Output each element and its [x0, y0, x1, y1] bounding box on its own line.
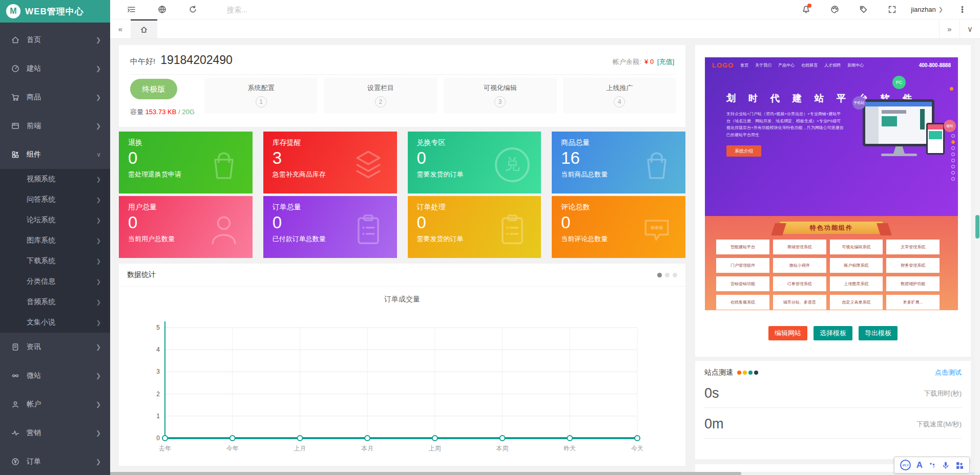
- grid-icon[interactable]: [955, 461, 964, 469]
- sidebar-item-components[interactable]: 组件 ∨: [0, 140, 110, 169]
- step-setup-columns[interactable]: 设置栏目 2: [324, 78, 437, 113]
- sidebar-item-label: 微站: [27, 371, 41, 380]
- promo-nav-link: 人才招聘: [824, 62, 841, 68]
- step-go-live[interactable]: 上线推广 4: [563, 78, 676, 113]
- tabs-scroll-left-button[interactable]: «: [110, 19, 131, 38]
- template-carousel-dot[interactable]: [951, 153, 955, 156]
- chevron-right-icon: ❯: [96, 278, 101, 285]
- microphone-icon[interactable]: [942, 461, 950, 469]
- template-carousel-dots: [951, 134, 955, 181]
- tag-icon[interactable]: [853, 0, 873, 19]
- search-input[interactable]: [227, 6, 340, 14]
- stat-card-title: 库存提醒: [273, 138, 388, 147]
- submenu-item[interactable]: 下载系统❯: [0, 251, 110, 271]
- vertical-scrollbar-thumb[interactable]: [975, 215, 979, 239]
- chevron-right-icon: ❯: [96, 197, 101, 203]
- plan-badge[interactable]: 终极版: [130, 79, 177, 99]
- feature-cell: 上传图库系统: [830, 276, 883, 291]
- tab-home[interactable]: [131, 19, 157, 38]
- submenu-item[interactable]: 分类信息❯: [0, 271, 110, 292]
- refresh-icon[interactable]: [183, 0, 202, 19]
- template-carousel-dot[interactable]: [951, 146, 955, 150]
- feature-cell: 商城管理系统: [773, 240, 826, 254]
- ime-toolbar: iFLY A: [894, 457, 970, 473]
- fullscreen-icon[interactable]: [882, 0, 902, 19]
- dashed-divider: [130, 74, 674, 75]
- ifly-logo-icon[interactable]: iFLY: [900, 460, 911, 470]
- stat-card-评论总数[interactable]: 评论总数0当前评论总数量: [552, 196, 685, 258]
- feature-cell: 自定义表单系统: [830, 295, 883, 310]
- template-carousel-dot[interactable]: [951, 140, 955, 144]
- template-carousel-dot[interactable]: [951, 165, 955, 168]
- punctuation-icon[interactable]: [928, 461, 936, 469]
- stat-card-用户总量[interactable]: 用户总量0当前用户总数量: [119, 196, 253, 258]
- palette-icon[interactable]: [825, 0, 844, 19]
- admin-dashboard: M WEB管理中心 首页 ❯ 建站 ❯ 商品 ❯ 前端 ❯: [0, 0, 980, 475]
- sidebar-item-frontend[interactable]: 前端 ❯: [0, 112, 110, 140]
- run-speed-test-link[interactable]: 点击测试: [935, 368, 962, 377]
- carousel-dot[interactable]: [673, 273, 677, 277]
- stat-card-兑换专区[interactable]: 兑换专区0需要发货的订单兑: [408, 132, 541, 193]
- layers-icon: [351, 147, 386, 182]
- sidebar: M WEB管理中心 首页 ❯ 建站 ❯ 商品 ❯ 前端 ❯: [0, 0, 110, 475]
- tabs-menu-button[interactable]: ∨: [960, 19, 980, 38]
- carousel-dot[interactable]: [665, 273, 670, 277]
- sidebar-item-news[interactable]: 资讯 ❯: [0, 333, 110, 361]
- sidebar-item-label: 组件: [27, 150, 41, 159]
- submenu-item[interactable]: 图库系统❯: [0, 230, 110, 251]
- horizontal-scrollbar-thumb[interactable]: [24, 472, 741, 475]
- stat-card-退换[interactable]: 退换0需处理退换货申请: [119, 132, 253, 193]
- chevron-right-icon: ❯: [96, 94, 101, 101]
- submenu-item-label: 图库系统: [27, 236, 55, 245]
- promo-nav-link: 产品中心: [778, 62, 795, 68]
- stat-card-订单总量[interactable]: 订单总量0已付款订单总数量: [263, 196, 397, 258]
- feature-cell: 营销促销功能: [716, 276, 769, 291]
- more-vertical-icon[interactable]: [952, 0, 972, 19]
- stat-card-订单处理[interactable]: 订单处理0需要发货的订单: [408, 196, 541, 258]
- svg-text:今年: 今年: [226, 445, 239, 452]
- collapse-sidebar-icon[interactable]: [121, 0, 141, 19]
- sidebar-item-products[interactable]: 商品 ❯: [0, 83, 110, 112]
- svg-text:2: 2: [156, 391, 160, 398]
- step-title: 上线推广: [606, 83, 633, 93]
- submenu-item[interactable]: 文集小说❯: [0, 312, 110, 333]
- step-system-config[interactable]: 系统配置 1: [204, 78, 318, 113]
- template-preview-image[interactable]: LOGO 首页 关于我们 产品中心 在线留言 人才招聘 新闻中心 400-800…: [705, 57, 958, 310]
- submenu-item[interactable]: 音频系统❯: [0, 292, 110, 312]
- chevron-right-icon: ❯: [96, 429, 101, 437]
- sidebar-item-micro-site[interactable]: 微站 ❯: [0, 361, 110, 390]
- export-template-button[interactable]: 导出模板: [859, 326, 898, 340]
- sidebar-item-marketing[interactable]: 营销 ❯: [0, 419, 110, 447]
- edit-site-button[interactable]: 编辑网站: [768, 326, 807, 340]
- download-time-value: 0s: [704, 385, 719, 401]
- step-visual-edit[interactable]: 可视化编辑 3: [444, 78, 557, 113]
- submenu-item[interactable]: 问答系统❯: [0, 189, 110, 210]
- recharge-link[interactable]: [充值]: [657, 58, 674, 66]
- submenu-item[interactable]: 视频系统❯: [0, 169, 110, 189]
- chevron-right-icon: ❯: [96, 299, 101, 306]
- sidebar-header: M WEB管理中心: [0, 0, 110, 23]
- sidebar-item-home[interactable]: 首页 ❯: [0, 26, 110, 54]
- vertical-scrollbar[interactable]: [975, 39, 980, 472]
- stat-card-库存提醒[interactable]: 库存提醒3急需补充商品库存: [263, 132, 397, 193]
- carousel-dot[interactable]: [657, 273, 662, 277]
- submenu-item[interactable]: 论坛系统❯: [0, 210, 110, 230]
- globe-icon[interactable]: [152, 0, 172, 19]
- template-carousel-dot[interactable]: [951, 134, 955, 138]
- letter-a-icon[interactable]: A: [916, 460, 923, 470]
- sidebar-item-account[interactable]: 帐户 ❯: [0, 390, 110, 419]
- template-carousel-dot[interactable]: [951, 171, 955, 175]
- feature-cell: 微站小程序: [773, 258, 826, 273]
- bell-icon[interactable]: [796, 0, 816, 19]
- sidebar-item-site-builder[interactable]: 建站 ❯: [0, 54, 110, 83]
- user-menu[interactable]: jianzhan❯: [911, 6, 943, 13]
- sidebar-item-orders[interactable]: 订单 ❯: [0, 447, 110, 475]
- stat-card-商品总量[interactable]: 商品总量16当前商品总数量: [552, 132, 685, 193]
- username-text: jianzhan: [911, 6, 935, 13]
- template-carousel-dot[interactable]: [951, 159, 955, 162]
- sidebar-item-label: 帐户: [27, 400, 41, 409]
- horizontal-scrollbar[interactable]: [0, 472, 975, 475]
- tabs-scroll-right-button[interactable]: »: [939, 19, 960, 38]
- choose-template-button[interactable]: 选择模板: [814, 326, 852, 340]
- template-carousel-dot[interactable]: [951, 177, 955, 181]
